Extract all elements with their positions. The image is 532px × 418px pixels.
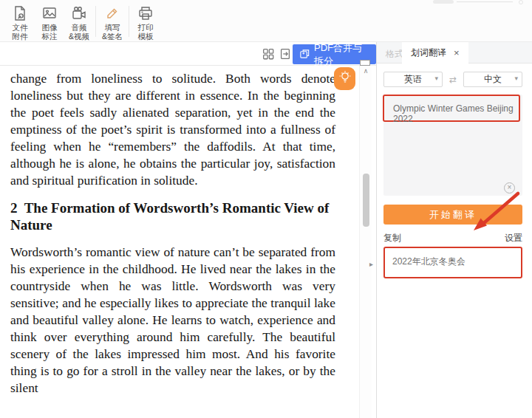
swap-languages-icon[interactable]: ⇄	[447, 75, 459, 85]
target-language-select[interactable]: 中文 ▾	[463, 72, 522, 87]
pdf-app-window: 文件附件 图像标注	[0, 0, 532, 418]
zoom-slider-thumb[interactable]	[433, 0, 454, 4]
document-scrollbar[interactable]: ∧	[359, 66, 372, 418]
ribbon-item-label: 打印模板	[131, 23, 160, 41]
source-language-select[interactable]: 英语 ▾	[383, 72, 443, 87]
language-row: 英语 ▾ ⇄ 中文 ▾	[383, 72, 522, 87]
zoom-slider-remnant	[412, 0, 525, 4]
ribbon-item-audio-video[interactable]: 音频&视频	[64, 4, 94, 41]
ribbon-item-image-annotation[interactable]: 图像标注	[35, 4, 64, 41]
tab-close-icon[interactable]: ×	[454, 47, 460, 58]
target-language-value: 中文	[484, 73, 502, 86]
tab-translate[interactable]: 划词翻译 ×	[402, 42, 468, 64]
ribbon-toolbar: 文件附件 图像标注	[0, 0, 532, 42]
ribbon-item-file-attachment[interactable]: 文件附件	[5, 4, 35, 41]
ribbon-item-label: 填写&签名	[98, 23, 127, 41]
ribbon-item-print-template[interactable]: 打印模板	[131, 4, 160, 41]
zoom-slider-dot	[519, 0, 523, 4]
panel-tabbar: 格式 划词翻译 ×	[377, 42, 532, 64]
page-view-icon[interactable]	[279, 47, 292, 61]
ribbon-item-label: 图像标注	[35, 23, 64, 41]
document-page: change from loneliness to solitude. Both…	[0, 66, 359, 418]
lightbulb-icon	[338, 69, 352, 89]
translate-panel: 格式 划词翻译 × 英语 ▾ ⇄ 中文 ▾ Olympic Winte	[376, 42, 532, 418]
file-attachment-icon	[5, 4, 35, 23]
chevron-down-icon: ▾	[514, 75, 518, 82]
video-camera-icon	[64, 4, 94, 23]
ribbon-item-label: 文件附件	[5, 23, 35, 41]
tips-lightbulb-button[interactable]	[334, 67, 355, 90]
printer-icon	[131, 4, 160, 23]
annotation-red-box-result: 2022年北京冬奥会	[383, 247, 522, 278]
result-toolbar: 复制 设置	[383, 230, 522, 245]
chevron-down-icon: ▾	[434, 75, 438, 82]
scroll-up-icon[interactable]: ∧	[360, 67, 372, 75]
translation-result-text: 2022年北京冬奥会	[392, 256, 466, 267]
document-heading: 2 The Formation of Wordsworth’s Romantic…	[10, 199, 335, 233]
grid-view-icon[interactable]	[262, 47, 275, 61]
source-text-area[interactable]: Olympic Winter Games Beijing 2022 ×	[383, 95, 522, 196]
start-translate-button[interactable]: 开始翻译	[383, 205, 522, 225]
scrollbar-top-box	[360, 60, 370, 66]
ribbon-item-label: 音频&视频	[64, 23, 94, 41]
source-text: Olympic Winter Games Beijing 2022	[393, 103, 522, 124]
scrollbar-thumb[interactable]	[363, 174, 369, 227]
panel-collapse-handle[interactable]: ▸	[369, 260, 373, 268]
document-paragraph: Wordsworth’s romantic view of nature can…	[10, 244, 335, 397]
image-annotation-icon	[35, 4, 64, 23]
copy-button[interactable]: 复制	[383, 232, 401, 244]
clear-text-icon[interactable]: ×	[504, 182, 515, 193]
pencil-icon	[98, 4, 127, 23]
ribbon-divider	[95, 6, 96, 37]
translate-panel-content: 英语 ▾ ⇄ 中文 ▾ Olympic Winter Games Beijing…	[377, 72, 532, 278]
ribbon-items: 文件附件 图像标注	[0, 0, 532, 41]
ribbon-divider	[129, 6, 129, 37]
tab-translate-label: 划词翻译	[411, 47, 446, 59]
document-paragraph: change from loneliness to solitude. Both…	[10, 70, 335, 189]
document-toolbar: PDF合并与拆分	[0, 42, 376, 66]
pdf-merge-icon	[299, 48, 310, 61]
source-language-value: 英语	[404, 73, 422, 86]
ribbon-item-fill-sign[interactable]: 填写&签名	[98, 4, 127, 41]
tab-format[interactable]: 格式	[386, 48, 403, 61]
settings-button[interactable]: 设置	[505, 232, 522, 244]
zoom-slider-track	[457, 1, 513, 2]
